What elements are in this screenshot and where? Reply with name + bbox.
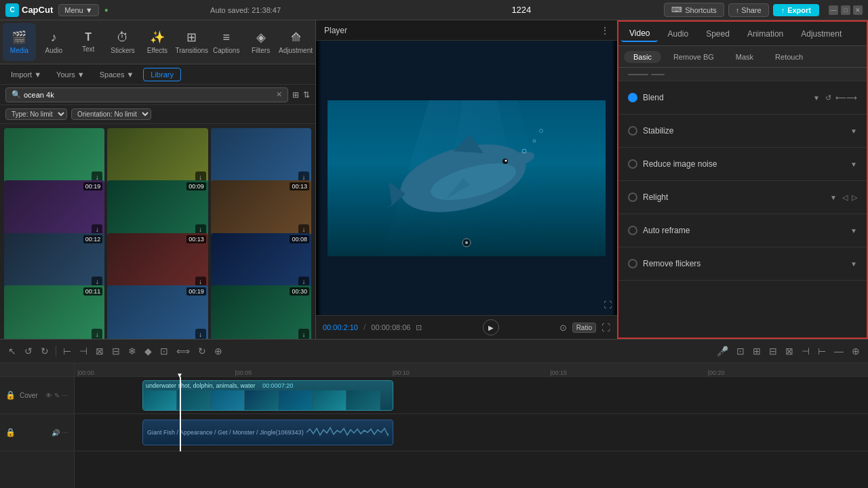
media-thumb[interactable]: ↓ <box>211 128 311 184</box>
blend-reset-icon[interactable]: ↺ <box>825 94 831 102</box>
speed-button[interactable]: ⊡ <box>157 344 171 358</box>
keyframe-button[interactable]: ◆ <box>142 344 155 358</box>
rotate-button[interactable]: ↻ <box>195 344 209 358</box>
search-clear-icon[interactable]: ✕ <box>276 90 282 99</box>
redo-button[interactable]: ↻ <box>38 344 52 358</box>
media-thumb[interactable]: 00:13 ↓ <box>211 180 311 237</box>
remove-flickers-row[interactable]: Remove flickers ▼ <box>618 251 867 276</box>
download-icon[interactable]: ↓ <box>298 329 309 339</box>
close-button[interactable]: ✕ <box>853 5 863 15</box>
track-visibility-btn[interactable]: 👁 <box>45 392 52 399</box>
reduce-noise-checkbox[interactable] <box>628 159 637 169</box>
tool-effects[interactable]: ✨ Effects <box>141 23 174 61</box>
media-thumb[interactable]: 00:12 ↓ <box>4 233 104 289</box>
maximize-button[interactable]: □ <box>841 5 850 15</box>
yours-nav[interactable]: Yours ▼ <box>51 69 90 80</box>
media-thumb[interactable]: 00:11 ↓ <box>4 285 104 339</box>
auto-reframe-row[interactable]: Auto reframe ▼ <box>618 218 867 243</box>
media-thumb[interactable]: 00:19 ↓ <box>107 285 208 339</box>
relight-row[interactable]: Relight ▼ ◁ ▷ <box>618 185 867 209</box>
crop-icon[interactable]: ⊙ <box>559 323 567 333</box>
zoom-button[interactable]: ⊕ <box>849 344 863 358</box>
share-button[interactable]: ↑ Share <box>728 3 769 17</box>
media-thumb[interactable]: 00:13 ↓ <box>107 233 208 289</box>
player-menu-icon[interactable]: ⋮ <box>601 26 609 35</box>
download-icon[interactable]: ↓ <box>195 329 206 339</box>
timeline-btn2[interactable]: ⊞ <box>750 344 764 358</box>
blend-row[interactable]: Blend ▼ ↺ ⟵⟶ <box>618 85 867 110</box>
subtitles-icon[interactable]: ⊡ <box>416 323 422 332</box>
subtab-mask[interactable]: Mask <box>726 51 763 63</box>
blend-more-icon[interactable]: ⟵⟶ <box>835 94 857 102</box>
subtab-remove-bg[interactable]: Remove BG <box>664 51 724 63</box>
sort-button[interactable]: ⇅ <box>303 90 310 100</box>
audio-volume-btn[interactable]: 🔊 <box>52 429 60 436</box>
stabilize-row[interactable]: Stabilize ▼ <box>618 119 867 143</box>
ratio-button[interactable]: Ratio <box>572 323 596 333</box>
tool-transitions[interactable]: ⊞ Transitions <box>175 23 208 61</box>
trim-button[interactable]: ⊣ <box>77 344 90 358</box>
audio-more-btn[interactable]: ⋯ <box>62 429 68 436</box>
menu-button[interactable]: Menu ▼ <box>58 4 98 16</box>
tool-text[interactable]: T Text <box>72 23 105 61</box>
play-button[interactable]: ▶ <box>483 319 499 336</box>
search-input[interactable] <box>24 91 273 99</box>
tab-animation[interactable]: Animation <box>739 26 791 41</box>
timeline-btn5[interactable]: ⊣ <box>799 344 812 358</box>
tool-adjustment[interactable]: ⟰ Adjustment <box>279 23 313 61</box>
split-button[interactable]: ⊢ <box>60 344 74 358</box>
shortcuts-button[interactable]: ⌨ Shortcuts <box>664 3 724 17</box>
relight-checkbox[interactable] <box>628 192 637 202</box>
subtab-basic[interactable]: Basic <box>624 51 661 63</box>
crop-button[interactable]: ⊟ <box>109 344 123 358</box>
delete-button[interactable]: ⊠ <box>93 344 106 358</box>
spaces-nav[interactable]: Spaces ▼ <box>94 69 140 80</box>
relight-prev-icon[interactable]: ◁ <box>842 193 848 202</box>
track-more-btn[interactable]: ⋯ <box>62 392 68 399</box>
import-nav[interactable]: Import ▼ <box>5 69 47 80</box>
cursor-tool[interactable]: ↖ <box>5 344 19 358</box>
tool-audio[interactable]: ♪ Audio <box>37 23 71 61</box>
tab-audio[interactable]: Audio <box>659 26 696 41</box>
subtab-retouch[interactable]: Retouch <box>766 51 812 63</box>
timeline-btn1[interactable]: ⊡ <box>734 344 747 358</box>
timeline-btn3[interactable]: ⊟ <box>766 344 780 358</box>
tool-media[interactable]: 🎬 Media <box>3 23 36 61</box>
relight-next-icon[interactable]: ▷ <box>852 193 857 202</box>
undo-button[interactable]: ↺ <box>22 344 35 358</box>
library-button[interactable]: Library <box>143 68 181 81</box>
reduce-noise-row[interactable]: Reduce image noise ▼ <box>618 152 867 176</box>
download-icon[interactable]: ↓ <box>92 329 102 339</box>
minimize-button[interactable]: — <box>829 5 838 15</box>
type-filter-select[interactable]: Type: No limit <box>5 108 67 120</box>
media-thumb[interactable]: ↓ <box>4 128 104 184</box>
media-thumb[interactable]: ↓ <box>107 128 208 184</box>
orientation-filter-select[interactable]: Orientation: No limit <box>71 108 151 120</box>
tool-stickers[interactable]: ⏱ Stickers <box>106 23 140 61</box>
track-edit-btn[interactable]: ✎ <box>54 392 60 399</box>
auto-reframe-checkbox[interactable] <box>628 226 637 235</box>
detach-button[interactable]: ⊕ <box>212 344 225 358</box>
tool-captions[interactable]: ≡ Captions <box>210 23 243 61</box>
tab-speed[interactable]: Speed <box>698 26 738 41</box>
stabilize-checkbox[interactable] <box>628 126 637 136</box>
blend-checkbox[interactable] <box>628 93 637 102</box>
media-thumb[interactable]: 00:08 ↓ <box>211 233 311 289</box>
mic-button[interactable]: 🎤 <box>714 344 731 358</box>
filter-button[interactable]: ⊞ <box>292 90 299 100</box>
timeline-btn7[interactable]: — <box>831 344 846 358</box>
tool-filters[interactable]: ◈ Filters <box>244 23 277 61</box>
tab-video[interactable]: Video <box>621 26 658 42</box>
media-thumb[interactable]: 00:19 ↓ <box>4 180 104 237</box>
tab-adjustment[interactable]: Adjustment <box>793 26 850 41</box>
fullscreen-icon[interactable]: ⛶ <box>604 300 612 310</box>
expand-icon[interactable]: ⛶ <box>601 323 610 333</box>
remove-flickers-checkbox[interactable] <box>628 259 637 268</box>
media-thumb[interactable]: 00:30 ↓ <box>211 285 311 339</box>
mirror-button[interactable]: ⟺ <box>174 344 193 358</box>
media-thumb[interactable]: 00:09 ↓ <box>107 180 208 237</box>
timeline-btn6[interactable]: ⊢ <box>815 344 829 358</box>
freeze-button[interactable]: ❄ <box>125 344 139 358</box>
timeline-btn4[interactable]: ⊠ <box>783 344 796 358</box>
export-button[interactable]: ↑ Export <box>773 4 819 16</box>
